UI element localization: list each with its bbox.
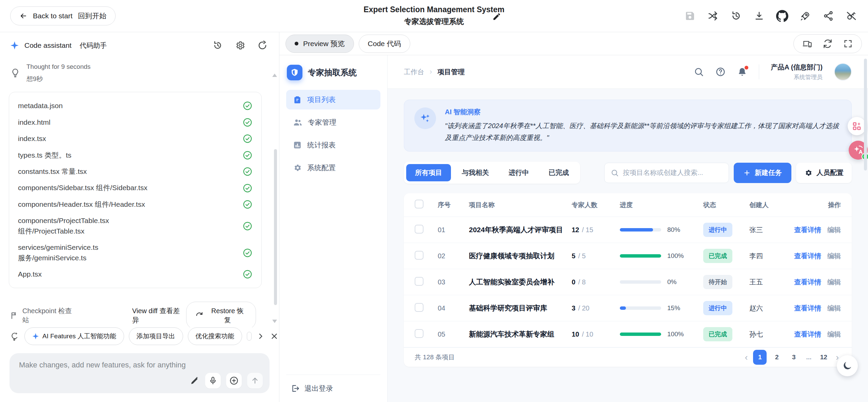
file-list-item[interactable]: App.tsx xyxy=(18,266,253,282)
filter-tab-mine[interactable]: 与我相关 xyxy=(453,164,498,181)
history-icon[interactable] xyxy=(730,9,743,22)
edit-link[interactable]: 编辑 xyxy=(827,304,841,312)
file-list-item[interactable]: components/Header.tsx 组件/Header.tsx xyxy=(18,196,253,213)
row-checkbox[interactable] xyxy=(415,329,423,338)
logout-button[interactable]: 退出登录 xyxy=(286,375,380,395)
view-details-link[interactable]: 查看详情 xyxy=(794,330,821,338)
check-circle-icon xyxy=(242,199,253,209)
page-button-3[interactable]: 3 xyxy=(787,350,801,365)
gear-icon xyxy=(293,163,302,172)
key-off-icon[interactable] xyxy=(845,9,858,22)
regenerate-suggestions-icon[interactable] xyxy=(9,331,19,341)
thought-summary[interactable]: Thought for 9 seconds 想9秒 xyxy=(0,53,279,88)
col-actions: 操作 xyxy=(793,201,841,209)
user-info[interactable]: 产品A (信息部门) 系统管理员 xyxy=(771,63,823,81)
tab-code[interactable]: Code 代码 xyxy=(359,35,410,53)
back-to-start-button[interactable]: Back to start 回到开始 xyxy=(10,6,116,25)
chat-history-icon[interactable] xyxy=(213,40,223,51)
filter-tab-in-progress[interactable]: 进行中 xyxy=(500,164,538,181)
tab-preview[interactable]: Preview 预览 xyxy=(285,35,354,53)
share-icon[interactable] xyxy=(822,9,835,22)
avatar[interactable] xyxy=(834,63,852,81)
breadcrumb-root[interactable]: 工作台 xyxy=(404,67,424,77)
file-list-item[interactable]: components/Sidebar.tsx 组件/Sidebar.tsx xyxy=(18,180,253,196)
suggestion-chip-partial[interactable] xyxy=(247,332,252,341)
lightbulb-icon xyxy=(10,68,20,78)
settings-gear-icon[interactable] xyxy=(235,40,245,51)
view-details-link[interactable]: 查看详情 xyxy=(794,304,821,312)
file-list-item[interactable]: types.ts 类型。ts xyxy=(18,147,253,163)
page-button-12[interactable]: 12 xyxy=(817,350,830,365)
chips-close-icon[interactable] xyxy=(270,332,279,341)
suggestion-chip[interactable]: 优化搜索功能 xyxy=(188,327,242,345)
progress-fill xyxy=(620,333,661,336)
extension-apps-button[interactable] xyxy=(848,117,866,135)
edit-link[interactable]: 编辑 xyxy=(827,278,841,286)
edit-prompt-icon[interactable] xyxy=(190,376,200,386)
dark-mode-toggle[interactable] xyxy=(837,355,858,376)
page-button-1[interactable]: 1 xyxy=(753,350,767,365)
scrollbar-up-arrow[interactable] xyxy=(272,74,277,77)
view-diff-link[interactable]: View diff 查看差异 xyxy=(132,306,186,325)
personnel-config-button[interactable]: 人员配置 xyxy=(796,163,852,183)
devices-icon[interactable] xyxy=(803,39,812,48)
fork-icon[interactable] xyxy=(707,9,719,22)
search-icon[interactable] xyxy=(694,67,704,77)
sidebar-item-statistics[interactable]: 统计报表 xyxy=(286,135,380,155)
new-task-label: 新建任务 xyxy=(755,168,782,177)
edit-link[interactable]: 编辑 xyxy=(827,226,841,234)
preview-toolbar: Preview 预览 Code 代码 xyxy=(279,32,868,55)
save-icon[interactable] xyxy=(684,9,696,22)
preview-scrollbar[interactable] xyxy=(864,59,867,170)
deploy-rocket-icon[interactable] xyxy=(799,9,812,22)
restore-redo-icon xyxy=(195,311,203,320)
sidebar-item-expert-management[interactable]: 专家管理 xyxy=(286,113,380,132)
file-list-item[interactable]: index.tsx xyxy=(18,130,253,147)
filter-tab-completed[interactable]: 已完成 xyxy=(540,164,578,181)
send-icon[interactable] xyxy=(247,373,263,388)
select-all-checkbox[interactable] xyxy=(415,200,423,208)
restore-button[interactable]: Restore 恢复 xyxy=(186,302,256,327)
file-list-item[interactable]: metadata.json xyxy=(18,98,253,114)
github-icon[interactable] xyxy=(776,9,789,22)
add-attachment-icon[interactable] xyxy=(226,373,242,388)
edit-link[interactable]: 编辑 xyxy=(827,330,841,338)
view-details-link[interactable]: 查看详情 xyxy=(794,226,821,234)
project-search-input[interactable] xyxy=(623,169,723,177)
preview-tab-label: Preview 预览 xyxy=(303,39,345,48)
suggestion-chip[interactable]: 添加项目导出 xyxy=(129,327,183,345)
file-list-item[interactable]: services/geminiService.ts 服务/geminiServi… xyxy=(18,239,253,266)
download-icon[interactable] xyxy=(753,9,766,22)
mic-icon[interactable] xyxy=(205,373,221,388)
row-index: 01 xyxy=(438,226,469,234)
view-details-link[interactable]: 查看详情 xyxy=(794,278,821,286)
row-checkbox[interactable] xyxy=(415,225,423,234)
view-details-link[interactable]: 查看详情 xyxy=(794,252,821,260)
file-list-item[interactable]: index.html xyxy=(18,114,253,130)
refresh-icon[interactable] xyxy=(257,40,268,51)
file-list-item[interactable]: constants.tsx 常量.tsx xyxy=(18,163,253,180)
notifications-bell-icon[interactable] xyxy=(737,67,747,77)
table-row: 01 2024年秋季高端人才评审项目 12/ 15 80% 进行中 张三 查看详… xyxy=(404,217,852,243)
filter-tab-all[interactable]: 所有项目 xyxy=(406,164,451,181)
row-checkbox[interactable] xyxy=(415,277,423,286)
sidebar-item-system-config[interactable]: 系统配置 xyxy=(286,158,380,178)
new-task-button[interactable]: 新建任务 xyxy=(734,163,791,183)
page-button-2[interactable]: 2 xyxy=(770,350,784,365)
assistant-scrollbar[interactable] xyxy=(274,149,277,305)
fullscreen-icon[interactable] xyxy=(843,39,853,48)
suggestion-chip[interactable]: AI Features 人工智能功能 xyxy=(24,327,124,345)
file-list-item[interactable]: components/ProjectTable.tsx 组件/ProjectTa… xyxy=(18,213,253,239)
help-icon[interactable] xyxy=(715,67,726,77)
col-status: 状态 xyxy=(703,201,749,209)
prev-page-icon[interactable]: ‹ xyxy=(743,352,750,363)
sidebar-item-project-list[interactable]: 项目列表 xyxy=(286,90,380,109)
edit-title-icon[interactable] xyxy=(492,12,501,21)
edit-link[interactable]: 编辑 xyxy=(827,252,841,260)
row-checkbox[interactable] xyxy=(415,303,423,312)
scrollbar-down-arrow[interactable] xyxy=(272,320,277,323)
reload-preview-icon[interactable] xyxy=(823,39,832,48)
chips-scroll-right-icon[interactable] xyxy=(256,332,265,341)
code-assistant-panel: Code assistant 代码助手 Thought for 9 second… xyxy=(0,32,279,402)
row-checkbox[interactable] xyxy=(415,251,423,260)
